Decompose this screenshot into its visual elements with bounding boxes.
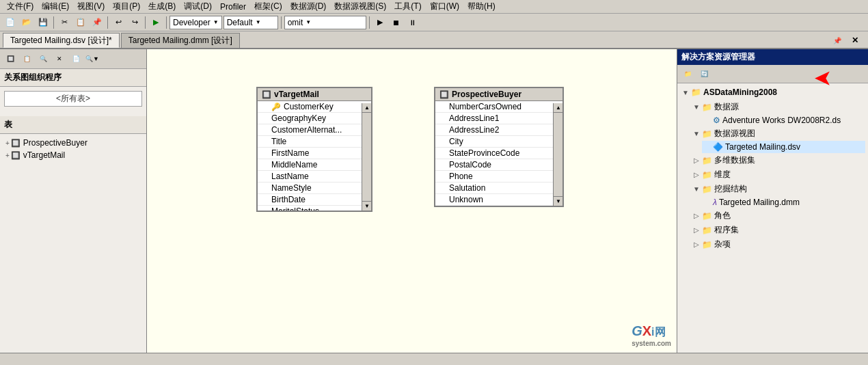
table-icon2: 🔲	[11, 151, 21, 160]
toolbar-dropdown-developer[interactable]: Developer ▼	[169, 16, 222, 29]
scroll-up[interactable]: ▲	[362, 103, 372, 113]
rtree-mining-folder[interactable]: ▼ 📁 挖掘结构	[691, 182, 865, 196]
table-prospectivebuyer[interactable]: 🔲 ProspectiveBuyer NumberCarsOwned Addre…	[434, 87, 564, 207]
left-toolbar-btn3[interactable]: 🔍	[36, 51, 51, 66]
menu-file[interactable]: 文件(F)	[3, 0, 38, 14]
pb-scrollbar[interactable]: ▲ ▼	[553, 103, 562, 206]
toolbar-paste[interactable]: 📌	[90, 15, 105, 30]
table-prospectivebuyer-body: NumberCarsOwned AddressLine1 AddressLine…	[435, 101, 562, 206]
toolbar-btn-extra2[interactable]: ⏹	[389, 15, 404, 30]
pb-col-name-postalcode: PostalCode	[449, 160, 491, 170]
toolbar-cut[interactable]: ✂	[57, 15, 72, 30]
table-vtargetmail[interactable]: 🔲 vTargetMail 🔑 CustomerKey GeographyKey…	[256, 87, 372, 212]
tab-pin-button[interactable]: 📌	[830, 33, 845, 48]
rtree-misc-folder[interactable]: ▷ 📁 杂项	[691, 237, 865, 252]
menu-datasource[interactable]: 数据源(D)	[286, 0, 331, 14]
role-folder-label: 角色	[714, 210, 731, 221]
pb-col-name-salutation: Salutation	[449, 183, 485, 193]
left-toolbar-btn4[interactable]: ✕	[52, 51, 67, 66]
rtree-targeted-dmm[interactable]: λ Targeted Mailing.dmm	[702, 196, 865, 208]
table-vtargetmail-title: vTargetMail	[274, 90, 319, 99]
menu-build[interactable]: 生成(B)	[144, 0, 180, 14]
rtree-dsv-folder[interactable]: ▼ 📁 数据源视图	[691, 126, 865, 141]
menu-view[interactable]: 视图(V)	[73, 0, 109, 14]
rtree-root[interactable]: ▼ 📁 ASDataMining2008	[680, 86, 865, 98]
toolbar-open[interactable]: 📂	[19, 15, 34, 30]
role-folder-icon: 📁	[702, 211, 712, 221]
pb-col-numbercarsowned: NumberCarsOwned	[435, 101, 562, 113]
tab-dsv[interactable]: Targeted Mailing.dsv [设计]*	[3, 33, 120, 48]
toolbar-redo[interactable]: ↪	[127, 15, 142, 30]
toolbar-new[interactable]: 📄	[3, 15, 18, 30]
mining-children: λ Targeted Mailing.dmm	[702, 196, 865, 208]
all-tables-label[interactable]: <所有表>	[4, 91, 142, 107]
rtree-assembly-folder[interactable]: ▷ 📁 程序集	[691, 223, 865, 237]
col-customerkey: 🔑 CustomerKey	[258, 101, 371, 113]
menu-framework[interactable]: 框架(C)	[250, 0, 286, 14]
rp-toolbar-btn2[interactable]: 🔄	[696, 66, 711, 81]
col-name-namestyle: NameStyle	[271, 183, 312, 193]
pb-col-name-phone: Phone	[449, 172, 473, 181]
table-header-icon: 🔲	[262, 90, 271, 99]
aw-ds-label: Adventure Works DW2008R2.ds	[722, 116, 841, 125]
menu-tools[interactable]: 工具(T)	[390, 0, 425, 14]
tdsv-label: Targeted Mailing.dsv	[725, 142, 800, 152]
left-toolbar-btn5[interactable]: 📄	[68, 51, 83, 66]
pb-scroll-down[interactable]: ▼	[554, 196, 563, 206]
left-toolbar-btn2[interactable]: 📋	[19, 51, 34, 66]
toolbar-btn-extra1[interactable]: ▶	[372, 15, 388, 30]
tab-close-button[interactable]: ✕	[847, 33, 863, 48]
rtree-role-folder[interactable]: ▷ 📁 角色	[691, 208, 865, 223]
toolbar-copy[interactable]: 📋	[73, 15, 88, 30]
scroll-down[interactable]: ▼	[362, 201, 372, 211]
root-label: ASDataMining2008	[703, 87, 777, 97]
toolbar-btn-extra3[interactable]: ⏸	[405, 15, 420, 30]
ds-folder-icon: 📁	[702, 103, 712, 112]
rtree-targeted-dsv[interactable]: 🔷 Targeted Mailing.dsv	[702, 141, 865, 153]
table-item-vtargetmail[interactable]: + 🔲 vTargetMail	[3, 149, 144, 161]
table-prospectivebuyer-header: 🔲 ProspectiveBuyer	[435, 88, 562, 101]
pb-col-name-addressline1: AddressLine1	[449, 113, 499, 123]
col-title: Title	[258, 136, 371, 148]
rtree-dim-folder[interactable]: ▷ 📁 维度	[691, 167, 865, 182]
col-name-customeralternat: CustomerAlternat...	[271, 125, 342, 135]
rtree-cube-folder[interactable]: ▷ 📁 多维数据集	[691, 153, 865, 167]
toolbar-save[interactable]: 💾	[36, 15, 51, 30]
pb-scroll-up[interactable]: ▲	[554, 103, 563, 113]
col-lastname: LastName	[258, 171, 371, 182]
menu-help[interactable]: 帮助(H)	[463, 0, 500, 14]
toolbar-undo[interactable]: ↩	[111, 15, 126, 30]
col-name-geographykey: GeographyKey	[271, 113, 326, 123]
menu-project[interactable]: 项目(P)	[109, 0, 144, 14]
rp-toolbar-btn1[interactable]: 📁	[680, 66, 695, 81]
mining-expand-icon: ▼	[691, 185, 702, 193]
section-organizer: 关系图组织程序	[0, 69, 146, 87]
toolbar-dropdown-default[interactable]: Default ▼	[223, 16, 278, 29]
vtargetmail-scrollbar[interactable]: ▲ ▼	[362, 103, 371, 211]
dsv-folder-label: 数据源视图	[714, 128, 755, 139]
role-expand-icon: ▷	[691, 212, 702, 219]
table-icon1: 🔲	[11, 139, 21, 148]
toolbar-dropdown-omit[interactable]: omit ▼	[284, 16, 366, 29]
menu-window[interactable]: 窗口(W)	[426, 0, 463, 14]
tab-dmm[interactable]: Targeted Mailing.dmm [设计]	[121, 33, 240, 48]
section-tables: 表	[0, 116, 146, 134]
menu-dsv[interactable]: 数据源视图(S)	[330, 0, 390, 14]
table-header-icon2: 🔲	[439, 90, 449, 99]
ds-expand-icon: ▼	[691, 103, 702, 111]
toolbar-sep3	[145, 16, 146, 29]
misc-folder-icon: 📁	[702, 240, 712, 249]
pb-col-name-addressline2: AddressLine2	[449, 125, 499, 135]
pb-col-name-stateprovincecode: StateProvinceCode	[449, 148, 519, 158]
left-toolbar-zoom[interactable]: 🔍▼	[85, 51, 100, 66]
left-toolbar-btn1[interactable]: 🔲	[3, 51, 18, 66]
menu-debug[interactable]: 调试(D)	[180, 0, 216, 14]
menu-edit[interactable]: 编辑(E)	[38, 0, 73, 14]
dsv-children: 🔷 Targeted Mailing.dsv	[702, 141, 865, 153]
toolbar-run[interactable]: ▶	[148, 15, 163, 30]
menu-profiler[interactable]: Profiler	[216, 1, 250, 13]
rtree-datasource-folder[interactable]: ▼ 📁 数据源	[691, 100, 865, 114]
toolbar-sep6	[369, 16, 370, 29]
table-item-prospectivebuyer[interactable]: + 🔲 ProspectiveBuyer	[3, 137, 144, 149]
rtree-aw-ds[interactable]: ⚙ Adventure Works DW2008R2.ds	[702, 114, 865, 126]
